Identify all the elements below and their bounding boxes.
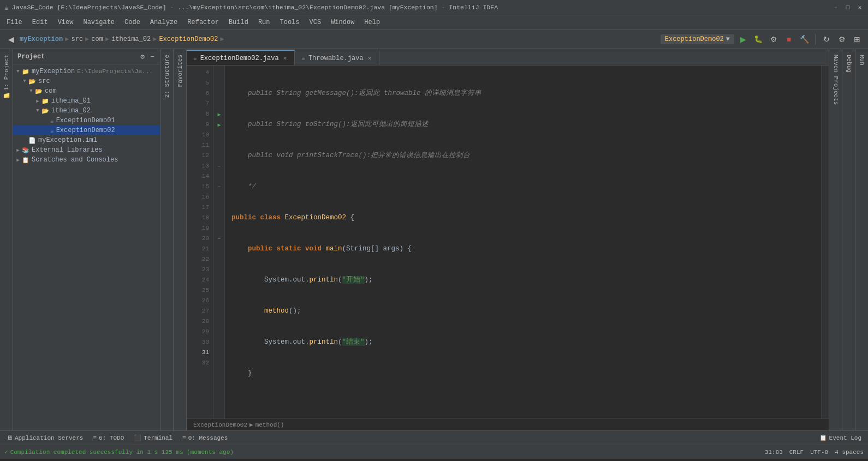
tree-com-label: com bbox=[45, 87, 57, 95]
project-panel-tab: 📁 1: Project bbox=[0, 49, 13, 430]
code-line-9: public static void main(String[] args) { bbox=[231, 244, 821, 254]
maximize-button[interactable]: □ bbox=[844, 4, 852, 11]
code-breadcrumb: ExceptionDemo02 ▶ method() bbox=[187, 418, 829, 430]
status-right: 31:83 CRLF UTF-8 4 spaces bbox=[765, 449, 864, 456]
code-line-14 bbox=[231, 399, 821, 410]
tab1-close[interactable]: ✕ bbox=[282, 54, 288, 62]
structure-vertical-tab[interactable]: 2: Structure bbox=[162, 49, 173, 103]
tree-item-com[interactable]: ▼ 📂 com bbox=[13, 86, 160, 96]
breadcrumb-src[interactable]: src bbox=[71, 35, 83, 43]
stop-button[interactable]: ■ bbox=[782, 33, 795, 46]
code-line-11: method(); bbox=[231, 306, 821, 316]
breadcrumb-file[interactable]: ExceptionDemo02 bbox=[159, 35, 218, 43]
status-indent[interactable]: 4 spaces bbox=[835, 449, 864, 456]
debug-vertical-tab[interactable]: Debug bbox=[843, 49, 854, 78]
maven-tab-label: Maven Projects bbox=[833, 55, 839, 105]
tree-item-exdemo01[interactable]: ▶ ☕ ExceptionDemo01 bbox=[13, 116, 160, 125]
maven-vertical-tab[interactable]: Maven Projects bbox=[830, 49, 841, 110]
line-numbers: 4 5 6 7 8 9 10 11 12 13 14 15 16 17 18 1… bbox=[187, 65, 214, 418]
tab-exdemo02[interactable]: ☕ ExceptionDemo02.java ✕ bbox=[187, 50, 295, 65]
mini-map[interactable] bbox=[821, 65, 829, 418]
run-gutter-9[interactable]: ▶ bbox=[217, 122, 221, 128]
run-config-selector[interactable]: ExceptionDemo02 ▼ bbox=[661, 34, 734, 44]
back-button[interactable]: ◀ bbox=[4, 33, 17, 46]
project-tree-panel: Project ⚙ – ▼ 📁 myException E:\IdeaProje… bbox=[13, 49, 160, 430]
coverage-button[interactable]: ⚙ bbox=[767, 33, 780, 46]
tree-src-label: src bbox=[38, 77, 50, 85]
status-crlf[interactable]: CRLF bbox=[789, 449, 804, 456]
code-editor[interactable]: 4 5 6 7 8 9 10 11 12 13 14 15 16 17 18 1… bbox=[187, 65, 829, 418]
tree-item-iml[interactable]: ▶ 📄 myException.iml bbox=[13, 135, 160, 145]
tab2-icon: ☕ bbox=[301, 55, 305, 62]
status-bar: ✓ Compilation completed successfully in … bbox=[0, 445, 868, 459]
tree-itheima01-label: itheima_01 bbox=[51, 97, 91, 105]
code-line-10: System.out.println("开始"); bbox=[231, 275, 821, 285]
bottom-tab-eventlog[interactable]: 📋 Event Log bbox=[815, 433, 866, 443]
status-charset[interactable]: UTF-8 bbox=[810, 449, 828, 456]
breadcrumb-com[interactable]: com bbox=[91, 35, 103, 43]
menu-analyze[interactable]: Analyze bbox=[146, 17, 182, 28]
tree-item-exdemo02[interactable]: ▶ ☕ ExceptionDemo02 bbox=[13, 125, 160, 135]
bottom-tab-terminal[interactable]: ⬛ Terminal bbox=[129, 433, 177, 443]
menu-edit[interactable]: Edit bbox=[28, 17, 52, 28]
project-vertical-tab[interactable]: 📁 1: Project bbox=[1, 49, 12, 105]
menu-code[interactable]: Code bbox=[120, 17, 145, 28]
tree-item-itheima02[interactable]: ▼ 📂 itheima_02 bbox=[13, 106, 160, 116]
favorites-vertical-tab[interactable]: Favorites bbox=[175, 49, 186, 92]
menu-view[interactable]: View bbox=[53, 17, 78, 28]
tab1-icon: ☕ bbox=[193, 55, 197, 62]
structure-tab-label: 2: Structure bbox=[164, 55, 170, 98]
panel-options-btn[interactable]: ⚙ bbox=[139, 51, 146, 62]
tree-iml-label: myException.iml bbox=[38, 136, 97, 144]
breadcrumb-pkg[interactable]: itheima_02 bbox=[111, 35, 151, 43]
favorites-panel-tab: Favorites bbox=[174, 49, 187, 430]
tree-item-root[interactable]: ▼ 📁 myException E:\IdeaProjects\Ja... bbox=[13, 67, 160, 76]
fold-13[interactable]: – bbox=[218, 164, 221, 169]
build-button[interactable]: 🔨 bbox=[798, 33, 811, 46]
editor-area: ☕ ExceptionDemo02.java ✕ ☕ Throwable.jav… bbox=[187, 49, 829, 430]
menu-tools[interactable]: Tools bbox=[276, 17, 304, 28]
tree-exdemo01-label: ExceptionDemo01 bbox=[56, 117, 115, 124]
settings-button[interactable]: ⚙ bbox=[835, 33, 848, 46]
bottom-tab-appservers[interactable]: 🖥 Application Servers bbox=[2, 433, 87, 443]
title-text: JavaSE_Code [E:\IdeaProjects\JavaSE_Code… bbox=[12, 4, 832, 11]
run-button[interactable]: ▶ bbox=[736, 33, 750, 46]
minimize-button[interactable]: – bbox=[832, 4, 840, 11]
run-vertical-tab[interactable]: Run bbox=[857, 49, 867, 71]
menu-help[interactable]: Help bbox=[360, 17, 384, 28]
layout-button[interactable]: ⊞ bbox=[851, 33, 864, 46]
bottom-tab-todo[interactable]: ≡ 6: TODO bbox=[88, 433, 128, 443]
breadcrumb-project[interactable]: myException bbox=[20, 35, 63, 43]
tree-item-src[interactable]: ▼ 📂 src bbox=[13, 76, 160, 86]
menu-navigate[interactable]: Navigate bbox=[79, 17, 119, 28]
code-content[interactable]: public String getMessage():返回此 throwable… bbox=[225, 65, 821, 418]
favorites-tab-label: Favorites bbox=[177, 55, 183, 87]
tab-throwable[interactable]: ☕ Throwable.java ✕ bbox=[295, 50, 379, 65]
run-panel-tab: Run bbox=[855, 49, 868, 430]
tree-item-scratches[interactable]: ▶ 📋 Scratches and Consoles bbox=[13, 155, 160, 165]
bottom-tab-messages[interactable]: ≡ 0: Messages bbox=[178, 433, 232, 443]
menu-vcs[interactable]: VCS bbox=[305, 17, 326, 28]
update-button[interactable]: ↻ bbox=[820, 33, 833, 46]
tab2-close[interactable]: ✕ bbox=[367, 54, 373, 62]
code-line-13: } bbox=[231, 368, 821, 379]
menu-window[interactable]: Window bbox=[326, 17, 359, 28]
run-tab-label: Run bbox=[859, 55, 865, 65]
menu-refactor[interactable]: Refactor bbox=[183, 17, 223, 28]
status-text: Compilation completed successfully in 1 … bbox=[10, 449, 234, 456]
breadcrumb-method-label: method() bbox=[255, 422, 284, 428]
menu-run[interactable]: Run bbox=[254, 17, 275, 28]
fold-20[interactable]: – bbox=[218, 236, 221, 242]
close-button[interactable]: ✕ bbox=[856, 4, 864, 11]
tree-item-itheima01[interactable]: ▶ 📁 itheima_01 bbox=[13, 96, 160, 106]
run-gutter-8[interactable]: ▶ bbox=[217, 111, 221, 118]
debug-button[interactable]: 🐛 bbox=[752, 33, 765, 46]
menu-build[interactable]: Build bbox=[224, 17, 253, 28]
tree-item-extlibs[interactable]: ▶ 📚 External Libraries bbox=[13, 145, 160, 155]
fold-15[interactable]: – bbox=[218, 184, 221, 190]
bottom-tabs: 🖥 Application Servers ≡ 6: TODO ⬛ Termin… bbox=[0, 430, 868, 445]
status-position[interactable]: 31:83 bbox=[765, 449, 783, 456]
panel-collapse-btn[interactable]: – bbox=[149, 51, 156, 62]
status-message: ✓ Compilation completed successfully in … bbox=[4, 448, 234, 456]
menu-file[interactable]: File bbox=[2, 17, 27, 28]
